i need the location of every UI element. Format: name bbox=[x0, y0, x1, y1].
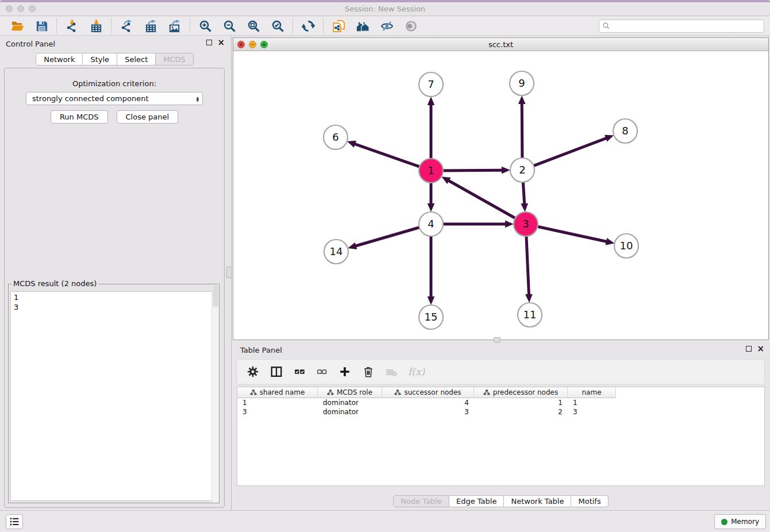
control-panel-title: Control Panel bbox=[6, 40, 55, 48]
search-box[interactable] bbox=[599, 20, 764, 33]
task-list-icon bbox=[9, 517, 20, 526]
export-image-icon bbox=[168, 20, 182, 33]
tab-motifs[interactable]: Motifs bbox=[571, 495, 608, 507]
tab-select[interactable]: Select bbox=[117, 53, 156, 65]
optimization-criterion-label: Optimization criterion: bbox=[5, 79, 224, 88]
graph-edge-2-3[interactable] bbox=[523, 180, 525, 205]
duplicate-network-icon bbox=[332, 20, 345, 33]
graph-node-label-8: 8 bbox=[622, 125, 628, 137]
control-panel-tabs: NetworkStyleSelectMCDS bbox=[0, 53, 229, 65]
float-table-panel-icon[interactable] bbox=[746, 346, 752, 352]
close-panel-button[interactable]: Close panel bbox=[117, 110, 179, 124]
column-header-shared-name[interactable]: shared name bbox=[237, 387, 318, 398]
tab-mcds[interactable]: MCDS bbox=[156, 53, 194, 65]
column-header-MCDS-role[interactable]: MCDS role bbox=[318, 387, 382, 398]
app-titlebar: Session: New Session bbox=[0, 0, 770, 16]
hide-style-button[interactable] bbox=[379, 18, 394, 33]
optimization-criterion-value: strongly connected component bbox=[32, 94, 196, 103]
zoom-in-button[interactable] bbox=[198, 18, 213, 33]
network-canvas[interactable]: 7968124314101511 bbox=[233, 51, 768, 340]
import-network-button[interactable] bbox=[64, 18, 79, 33]
graph-node-label-6: 6 bbox=[332, 131, 338, 143]
tab-edge-table[interactable]: Edge Table bbox=[449, 495, 504, 507]
table-cell: 1 bbox=[237, 399, 318, 407]
graph-node-label-7: 7 bbox=[428, 78, 434, 90]
select-all-button[interactable] bbox=[294, 366, 305, 377]
graph-edge-4-14[interactable] bbox=[355, 227, 421, 246]
zoom-selected-button[interactable] bbox=[270, 18, 285, 33]
export-table-button[interactable] bbox=[143, 18, 158, 33]
table-header-row: shared nameMCDS rolesuccessor nodesprede… bbox=[237, 387, 764, 398]
run-mcds-button[interactable]: Run MCDS bbox=[51, 110, 108, 124]
add-column-button[interactable] bbox=[338, 365, 351, 378]
function-icon: f(x) bbox=[408, 366, 425, 377]
network-window-titlebar[interactable]: × − + scc.txt bbox=[233, 38, 768, 51]
optimization-criterion-select[interactable]: strongly connected component ▲▼ bbox=[26, 92, 203, 105]
select-all-icon bbox=[294, 366, 305, 377]
graph-edge-3-1[interactable] bbox=[448, 180, 517, 219]
split-view-button[interactable] bbox=[270, 365, 283, 378]
table-panel-title: Table Panel bbox=[240, 346, 282, 354]
memory-button[interactable]: Memory bbox=[714, 514, 766, 529]
tab-network[interactable]: Network bbox=[36, 53, 83, 65]
import-table-button[interactable] bbox=[88, 18, 103, 33]
graph-node-label-10: 10 bbox=[620, 240, 633, 252]
tab-style[interactable]: Style bbox=[83, 53, 117, 65]
network-graph[interactable]: 7968124314101511 bbox=[233, 51, 768, 340]
main-toolbar bbox=[0, 17, 770, 36]
export-image-button[interactable] bbox=[167, 18, 182, 33]
settings-gear-button[interactable] bbox=[247, 365, 259, 378]
open-session-button[interactable] bbox=[10, 18, 25, 33]
table-toolbar: f(x) bbox=[237, 359, 765, 384]
table-row[interactable]: 3dominator323 bbox=[237, 407, 764, 417]
window-accent-strip bbox=[0, 0, 770, 2]
table-row[interactable]: 1dominator411 bbox=[237, 398, 764, 407]
column-header-predecessor-nodes[interactable]: predecessor nodes bbox=[474, 387, 568, 398]
open-session-icon bbox=[11, 20, 24, 33]
vertical-split-grip[interactable] bbox=[226, 267, 232, 278]
delete-table-icon bbox=[386, 366, 397, 377]
graph-edge-2-9[interactable] bbox=[522, 103, 522, 160]
eye-button[interactable] bbox=[403, 18, 418, 33]
result-scrollbar[interactable] bbox=[211, 284, 219, 503]
graph-node-label-11: 11 bbox=[523, 309, 537, 321]
search-input[interactable] bbox=[610, 20, 764, 32]
zoom-out-icon bbox=[223, 20, 236, 33]
graph-edge-3-11[interactable] bbox=[526, 234, 529, 295]
select-spinner-icon: ▲▼ bbox=[196, 96, 199, 102]
graph-edge-1-2[interactable] bbox=[441, 170, 503, 171]
duplicate-network-button[interactable] bbox=[331, 18, 346, 33]
close-table-panel-icon[interactable]: × bbox=[757, 346, 764, 352]
graph-edge-1-6[interactable] bbox=[354, 144, 421, 167]
delete-table-button[interactable] bbox=[386, 366, 397, 377]
delete-column-button[interactable] bbox=[362, 365, 375, 378]
column-header-successor-nodes[interactable]: successor nodes bbox=[382, 387, 474, 398]
table-panel: Table Panel × f(x) shared nameMCDS roles… bbox=[233, 342, 769, 509]
graph-edge-2-8[interactable] bbox=[532, 138, 607, 167]
close-panel-icon[interactable]: × bbox=[217, 40, 225, 45]
function-builder-button[interactable]: f(x) bbox=[408, 366, 425, 377]
deselect-all-button[interactable] bbox=[316, 366, 328, 377]
settings-gear-icon bbox=[247, 365, 259, 378]
zoom-fit-button[interactable] bbox=[246, 18, 261, 33]
eye-icon bbox=[405, 20, 418, 33]
tab-node-table[interactable]: Node Table bbox=[393, 495, 449, 507]
task-history-button[interactable] bbox=[6, 514, 23, 529]
graph-node-label-14: 14 bbox=[330, 245, 343, 257]
memory-label: Memory bbox=[731, 518, 759, 526]
node-table[interactable]: shared nameMCDS rolesuccessor nodesprede… bbox=[237, 387, 765, 486]
tab-network-table[interactable]: Network Table bbox=[504, 495, 571, 507]
graph-node-label-2: 2 bbox=[519, 164, 525, 176]
refresh-button[interactable] bbox=[301, 18, 315, 33]
zoom-out-button[interactable] bbox=[222, 18, 237, 33]
export-network-button[interactable] bbox=[119, 18, 134, 33]
table-cell: 1 bbox=[568, 399, 616, 407]
mcds-result-title: MCDS result (2 nodes) bbox=[11, 279, 98, 288]
horizontal-split-grip[interactable] bbox=[494, 337, 500, 342]
mcds-result-list[interactable]: 1 3 bbox=[10, 291, 217, 501]
column-header-name[interactable]: name bbox=[568, 387, 616, 398]
float-panel-icon[interactable] bbox=[206, 40, 212, 45]
save-session-button[interactable] bbox=[34, 18, 49, 33]
home-button[interactable] bbox=[355, 18, 370, 33]
graph-edge-3-10[interactable] bbox=[536, 226, 607, 242]
